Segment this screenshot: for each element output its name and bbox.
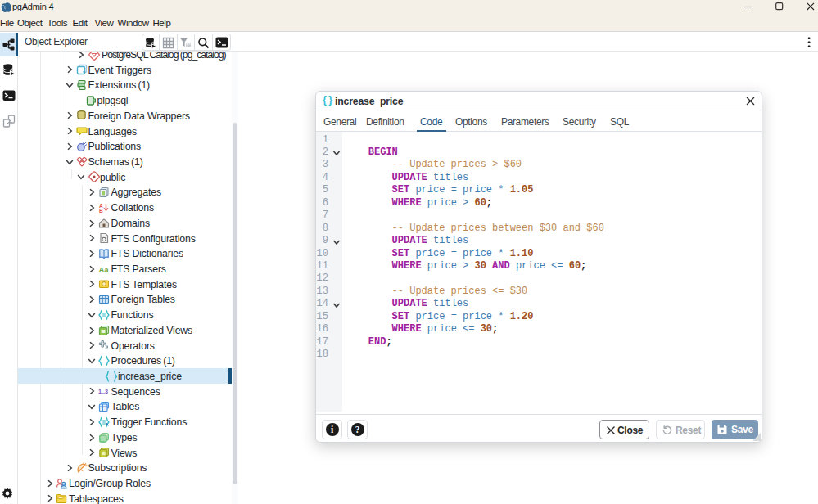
svg-text:Aa: Aa bbox=[98, 265, 109, 274]
svg-text:B: B bbox=[99, 208, 103, 214]
svg-text:1..3: 1..3 bbox=[98, 388, 108, 395]
